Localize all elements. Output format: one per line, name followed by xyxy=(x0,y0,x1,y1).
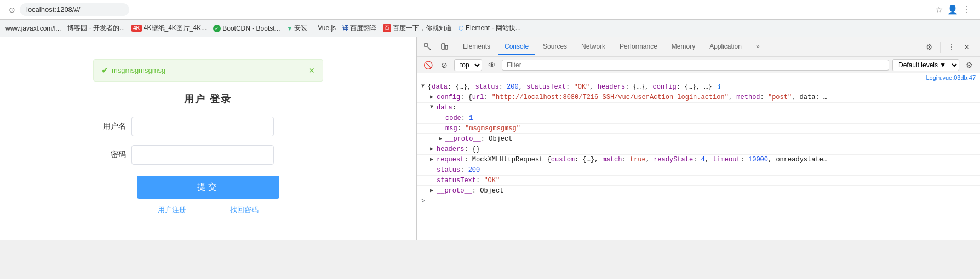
bookmark-4[interactable]: ▼ 安装 — Vue.js xyxy=(287,24,336,33)
tab-memory[interactable]: Memory xyxy=(665,39,702,55)
tab-sources[interactable]: Sources xyxy=(536,39,574,55)
console-line-10[interactable]: __proto__: Object xyxy=(417,186,980,196)
devtools-close-button[interactable]: ✕ xyxy=(960,40,973,54)
console-text-5: __proto__: Object xyxy=(445,135,512,143)
console-line-0[interactable]: {data: {…}, status: 200, statusText: "OK… xyxy=(417,82,980,92)
alert-success: ✔ msgmsgmsgmsg ✕ xyxy=(93,59,323,82)
username-row: 用户名 xyxy=(93,117,323,136)
file-reference[interactable]: Login.vue:03db:47 xyxy=(417,73,980,82)
devtools-tabs: Elements Console Sources Network Perform… xyxy=(417,37,980,57)
bookmark-icon[interactable]: ☆ xyxy=(935,4,943,15)
context-select[interactable]: top xyxy=(454,59,482,71)
links-row: 用户注册 找回密码 xyxy=(93,205,323,215)
console-text-8: status: 200 xyxy=(437,166,480,174)
console-text-0: {data: {…}, status: 200, statusText: "OK… xyxy=(428,83,720,91)
expand-icon-7[interactable] xyxy=(430,156,437,162)
profile-icon[interactable]: 👤 xyxy=(947,4,958,15)
console-text-10: __proto__: Object xyxy=(437,187,503,195)
password-input[interactable] xyxy=(131,145,274,165)
clear-console-button[interactable]: 🚫 xyxy=(421,59,434,72)
console-text-7: request: MockXMLHttpRequest {custom: {…}… xyxy=(437,156,827,164)
console-line-2[interactable]: data: xyxy=(417,103,980,113)
menu-icon[interactable]: ⋮ xyxy=(962,4,971,15)
expand-icon-1[interactable] xyxy=(430,94,437,100)
tab-console[interactable]: Console xyxy=(498,39,535,55)
levels-dropdown[interactable]: Default levels ▼ xyxy=(892,59,959,71)
success-icon: ✔ xyxy=(101,65,108,75)
devtools-panel: Elements Console Sources Network Perform… xyxy=(416,37,980,240)
console-output[interactable]: {data: {…}, status: 200, statusText: "OK… xyxy=(417,82,980,240)
devtools-more-button[interactable]: ⋮ xyxy=(945,40,958,54)
console-prompt[interactable]: > xyxy=(417,196,980,206)
console-line-7[interactable]: request: MockXMLHttpRequest {custom: {…}… xyxy=(417,155,980,165)
register-link[interactable]: 用户注册 xyxy=(158,205,186,215)
bookmark-6[interactable]: 百 百度一下，你就知道 xyxy=(383,24,452,33)
separator xyxy=(940,42,941,53)
bookmarks-bar: www.javaxl.com/l... 博客园 - 开发者的... 4K 4K壁… xyxy=(0,20,980,37)
svg-rect-0 xyxy=(425,44,427,47)
console-text-2: data: xyxy=(437,104,456,112)
console-settings-button[interactable]: ⚙ xyxy=(962,59,976,72)
info-icon-0: ℹ xyxy=(718,84,720,90)
tab-performance[interactable]: Performance xyxy=(613,39,664,55)
expand-icon-0[interactable] xyxy=(421,83,428,89)
login-page: ✔ msgmsgmsgmsg ✕ 用户 登录 用户名 密码 提交 xyxy=(0,37,416,240)
expand-icon-2[interactable] xyxy=(430,104,437,110)
login-container: ✔ msgmsgmsgmsg ✕ 用户 登录 用户名 密码 提交 xyxy=(93,59,323,215)
console-text-4: msg: "msgmsgmsgmsg" xyxy=(445,125,520,132)
bookmark-1[interactable]: 博客园 - 开发者的... xyxy=(67,24,125,33)
console-text-3: code: 1 xyxy=(445,114,473,122)
bookmark-7[interactable]: ⬡ Element - 网站快... xyxy=(459,24,521,33)
bookmark-0[interactable]: www.javaxl.com/l... xyxy=(5,25,61,32)
svg-rect-2 xyxy=(445,45,448,49)
bookmark-3[interactable]: ✓ BootCDN - Bootst... xyxy=(213,25,280,32)
password-label: 密码 xyxy=(93,150,126,160)
console-line-8[interactable]: status: 200 xyxy=(417,165,980,176)
devtools-right-icons: ⚙ ⋮ ✕ xyxy=(922,40,976,54)
tab-application[interactable]: Application xyxy=(703,39,748,55)
password-row: 密码 xyxy=(93,145,323,165)
console-toolbar: 🚫 ⊘ top 👁 Default levels ▼ ⚙ xyxy=(417,57,980,73)
expand-icon-5[interactable] xyxy=(439,135,445,142)
console-line-6[interactable]: headers: {} xyxy=(417,144,980,155)
page-icon: ⊙ xyxy=(9,5,15,14)
block-button[interactable]: ⊘ xyxy=(438,59,451,72)
console-text-9: statusText: "OK" xyxy=(437,177,500,184)
alert-close-button[interactable]: ✕ xyxy=(308,66,315,75)
svg-rect-1 xyxy=(442,44,445,49)
prompt-arrow: > xyxy=(421,197,425,205)
devtools-settings-button[interactable]: ⚙ xyxy=(922,40,936,54)
browser-chrome: ⊙ ☆ 👤 ⋮ www.javaxl.com/l... 博客园 - 开发者的..… xyxy=(0,0,980,37)
eye-button[interactable]: 👁 xyxy=(485,59,498,72)
console-text-6: headers: {} xyxy=(437,146,480,153)
console-line-3[interactable]: code: 1 xyxy=(417,113,980,124)
devtools-icons xyxy=(421,40,451,54)
console-text-1: config: {url: "http://localhost:8080/T21… xyxy=(437,94,827,101)
inspect-element-button[interactable] xyxy=(421,40,434,54)
submit-button[interactable]: 提交 xyxy=(137,176,279,199)
alert-message: msgmsgmsgmsg xyxy=(112,66,165,74)
bookmark-5[interactable]: 译 百度翻译 xyxy=(342,24,376,33)
tab-elements[interactable]: Elements xyxy=(456,39,497,55)
username-label: 用户名 xyxy=(93,121,126,131)
console-line-4[interactable]: msg: "msgmsgmsgmsg" xyxy=(417,124,980,134)
username-input[interactable] xyxy=(131,117,274,136)
console-line-9[interactable]: statusText: "OK" xyxy=(417,176,980,186)
expand-icon-6[interactable] xyxy=(430,146,437,152)
submit-row: 提交 xyxy=(93,176,323,199)
filter-input[interactable] xyxy=(502,60,889,71)
tab-network[interactable]: Network xyxy=(575,39,612,55)
address-bar: ⊙ ☆ 👤 ⋮ xyxy=(0,0,980,20)
tab-more[interactable]: » xyxy=(749,39,766,55)
address-input[interactable] xyxy=(20,3,129,16)
login-title: 用户 登录 xyxy=(93,92,323,106)
device-toolbar-button[interactable] xyxy=(438,40,451,54)
forgot-password-link[interactable]: 找回密码 xyxy=(230,205,259,215)
main-area: ✔ msgmsgmsgmsg ✕ 用户 登录 用户名 密码 提交 xyxy=(0,37,980,240)
console-line-1[interactable]: config: {url: "http://localhost:8080/T21… xyxy=(417,92,980,103)
bookmark-2[interactable]: 4K 4K壁纸_4K图片_4K... xyxy=(131,24,207,33)
expand-icon-10[interactable] xyxy=(430,187,437,194)
console-line-5[interactable]: __proto__: Object xyxy=(417,134,980,144)
